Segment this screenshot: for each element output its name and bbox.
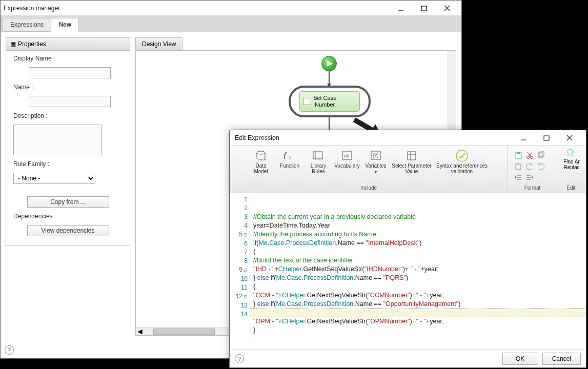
display-name-label: Display Name : (13, 55, 123, 62)
format-icons (511, 148, 555, 182)
em-title: Expression manager (4, 5, 389, 12)
rule-family-select[interactable]: - None - (13, 173, 95, 184)
function-icon: fx (283, 150, 296, 162)
properties-panel-title: Properties (18, 40, 46, 48)
em-titlebar: Expression manager (1, 1, 461, 16)
ribbon-group-include-label: Include (232, 184, 505, 192)
scroll-thumb[interactable] (153, 329, 215, 335)
edit-expression-window: Edit Expression +Data Model fxFunction f… (229, 130, 586, 368)
em-tabstrip: Expressions New (1, 16, 461, 32)
check-circle-icon (455, 150, 469, 162)
cut-icon[interactable] (525, 151, 534, 160)
code-area[interactable]: //Obtain the current year in a previousl… (250, 193, 586, 349)
ribbon-group-editing-label: Editi (559, 184, 584, 192)
tab-design-view[interactable]: Design View (135, 37, 183, 50)
svg-text:ab: ab (344, 153, 349, 158)
redo-icon[interactable] (536, 162, 545, 171)
description-input[interactable] (13, 125, 102, 155)
chevron-down-icon: ▾ (375, 170, 377, 174)
description-label: Description : (13, 112, 123, 119)
save-icon[interactable] (514, 151, 523, 160)
rule-family-label: Rule Family : (13, 160, 123, 168)
svg-text:(x): (x) (373, 153, 379, 158)
dependencies-label: Dependencies : (13, 213, 123, 220)
ex-titlebar: Edit Expression (230, 130, 586, 146)
svg-point-27 (530, 156, 533, 159)
svg-rect-33 (517, 163, 519, 165)
svg-rect-6 (544, 136, 549, 140)
properties-panel-header: ▦ Properties (6, 38, 130, 51)
svg-text:fx: fx (317, 156, 321, 161)
help-icon[interactable]: ? (5, 345, 14, 355)
rb-validate[interactable]: Syntax and references validation (434, 148, 490, 176)
svg-rect-20 (408, 152, 416, 160)
scroll-left-icon[interactable]: ◄ (136, 327, 144, 336)
name-input[interactable] (29, 96, 111, 107)
variables-icon: (x) (370, 150, 381, 162)
svg-text:x: x (289, 154, 292, 161)
search-icon[interactable] (566, 148, 577, 159)
display-name-input[interactable] (29, 67, 111, 78)
replace-label: Replac (563, 165, 579, 170)
tab-expressions[interactable]: Expressions (3, 18, 51, 32)
start-node[interactable] (321, 56, 337, 71)
properties-icon: ▦ (10, 40, 16, 48)
maximize-button[interactable] (412, 1, 435, 15)
vocabulary-icon: ab (341, 150, 353, 162)
code-editor[interactable]: 12345⊟6789⊟101112⊟1314 //Obtain the curr… (230, 193, 586, 349)
ex-title: Edit Expression (235, 134, 512, 141)
properties-panel: ▦ Properties Display Name : Name : Descr… (6, 37, 130, 246)
cancel-button[interactable]: Cancel (542, 353, 581, 365)
svg-point-23 (456, 150, 468, 161)
svg-text:+: + (263, 157, 267, 161)
rb-library-rules[interactable]: fxLibrary Rules (305, 148, 332, 176)
task-set-case-number[interactable]: Set CaseNumber (289, 86, 371, 117)
rb-data-model[interactable]: +Data Model (247, 148, 275, 176)
ribbon: +Data Model fxFunction fxLibrary Rules a… (230, 146, 586, 193)
svg-marker-37 (515, 176, 517, 178)
copy-from-button[interactable]: Copy from ... (27, 196, 109, 208)
task-label: Set CaseNumber (313, 95, 336, 108)
svg-rect-1 (421, 6, 427, 11)
view-dependencies-button[interactable]: View dependencies (27, 225, 109, 236)
copy-icon[interactable] (536, 151, 545, 160)
paste-icon[interactable] (514, 162, 523, 171)
ex-help-icon[interactable]: ? (235, 354, 244, 363)
svg-rect-32 (516, 164, 521, 170)
close-button[interactable] (435, 1, 458, 15)
ok-button[interactable]: OK (502, 353, 538, 365)
connector-1 (329, 71, 330, 87)
name-label: Name : (13, 84, 123, 91)
svg-marker-41 (531, 176, 533, 178)
minimize-button[interactable] (389, 1, 412, 15)
svg-point-9 (257, 151, 265, 154)
rb-select-param[interactable]: Select Parameter Value (391, 148, 433, 176)
ex-footer: ? OK Cancel (230, 349, 586, 367)
ex-maximize-button[interactable] (535, 131, 558, 145)
database-icon: + (255, 150, 267, 162)
rb-function[interactable]: fxFunction (276, 148, 303, 176)
rb-vocabulary[interactable]: abVocabulary (333, 148, 361, 176)
svg-rect-25 (517, 152, 520, 154)
svg-line-43 (572, 154, 575, 156)
undo-icon[interactable] (525, 162, 534, 171)
ribbon-group-format-label: Format (510, 184, 555, 192)
line-gutter: 12345⊟6789⊟101112⊟1314 (230, 193, 250, 349)
svg-text:f: f (283, 151, 287, 161)
svg-point-42 (567, 149, 573, 154)
rb-variables[interactable]: (x)Variables▾ (362, 148, 390, 176)
outdent-icon[interactable] (514, 173, 523, 182)
indent-icon[interactable] (525, 173, 534, 182)
library-icon: fx (312, 150, 325, 162)
find-label: Find Ar (563, 159, 580, 165)
ex-close-button[interactable] (558, 131, 581, 145)
task-icon (303, 98, 310, 105)
tab-new[interactable]: New (51, 18, 79, 32)
ex-minimize-button[interactable] (512, 131, 535, 145)
parameter-icon (406, 150, 417, 162)
